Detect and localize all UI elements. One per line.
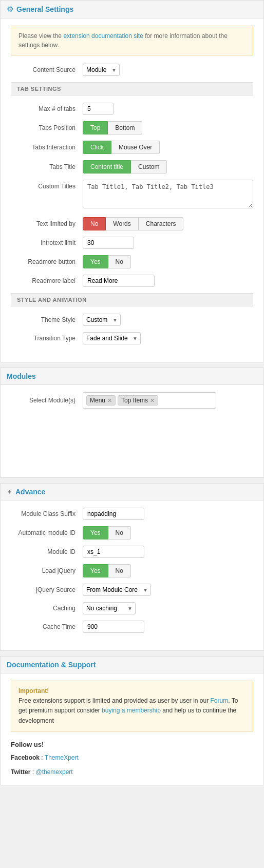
introtext-limit-control (83, 237, 253, 249)
twitter-row: Twitter : @themexpert (11, 767, 253, 778)
module-tag-topitems-label: Top Items (121, 397, 148, 404)
follow-section: Follow us! Facebook : ThemeXpert Twitter… (11, 739, 253, 778)
tabs-position-btngroup: Top Bottom (83, 121, 142, 134)
advance-cog-icon: ✦ (7, 488, 12, 496)
tabs-interaction-label: Tabs Interaction (11, 144, 83, 151)
doc-support-panel: Documentation & Support Important! Free … (0, 656, 264, 785)
max-tabs-label: Max # of tabs (11, 105, 83, 112)
load-jquery-no-btn[interactable]: No (108, 564, 131, 577)
max-tabs-row: Max # of tabs (11, 103, 253, 115)
readmore-yes-btn[interactable]: Yes (83, 255, 108, 268)
content-source-label: Content Source (11, 66, 83, 73)
theme-style-label: Theme Style (11, 316, 83, 323)
readmore-label-control (83, 275, 253, 287)
tab-settings-section-header: TAB SETTINGS (11, 82, 253, 95)
module-tag-menu: Menu ✕ (86, 395, 116, 406)
module-tag-topitems: Top Items ✕ (118, 395, 158, 406)
readmore-no-btn[interactable]: No (108, 255, 131, 268)
module-id-input[interactable] (83, 546, 144, 558)
jquery-source-select-wrapper: From Module Core WordPress ▼ (83, 584, 151, 596)
tabs-interaction-row: Tabs Interaction Click Mouse Over (11, 141, 253, 154)
max-tabs-input[interactable] (83, 103, 114, 115)
modules-title: Modules (7, 372, 36, 380)
general-settings-body: Please view the extension documentation … (1, 18, 263, 362)
tabs-interaction-btngroup: Click Mouse Over (83, 141, 160, 154)
content-source-select[interactable]: Module (83, 64, 120, 76)
facebook-link[interactable]: ThemeXpert (45, 754, 79, 761)
module-tag-menu-label: Menu (90, 397, 105, 404)
jquery-source-select[interactable]: From Module Core WordPress (83, 584, 151, 596)
readmore-label-row: Readmore label (11, 275, 253, 287)
doc-support-header: Documentation & Support (1, 657, 263, 673)
introtext-limit-input[interactable] (83, 237, 134, 249)
tabs-position-bottom-btn[interactable]: Bottom (108, 121, 142, 134)
text-limited-no-btn[interactable]: No (83, 217, 106, 230)
facebook-row: Facebook : ThemeXpert (11, 753, 253, 764)
text-limited-label: Text limited by (11, 220, 83, 227)
twitter-link[interactable]: @themexpert (35, 768, 72, 776)
module-class-suffix-label: Module Class Suffix (11, 510, 83, 517)
content-source-row: Content Source Module ▼ (11, 64, 253, 76)
jquery-source-label: jQuery Source (11, 586, 83, 593)
readmore-btn-control: Yes No (83, 255, 253, 268)
caching-select[interactable]: No caching Conservative Progressive (83, 602, 136, 614)
tabs-title-row: Tabs Title Content title Custom (11, 160, 253, 173)
text-limited-words-btn[interactable]: Words (106, 217, 138, 230)
tabs-title-custom-btn[interactable]: Custom (131, 160, 167, 173)
notice-box: Please view the extension documentation … (11, 26, 253, 55)
module-class-suffix-row: Module Class Suffix (11, 508, 253, 520)
transition-type-control: Fade and Slide Fade Slide ▼ (83, 332, 253, 344)
transition-type-select-wrapper: Fade and Slide Fade Slide ▼ (83, 332, 141, 344)
tabs-interaction-mouseover-btn[interactable]: Mouse Over (111, 141, 160, 154)
module-tag-menu-remove[interactable]: ✕ (107, 397, 112, 404)
custom-titles-label: Custom Titles (11, 180, 83, 190)
auto-module-id-yes-btn[interactable]: Yes (83, 526, 108, 539)
module-class-suffix-input[interactable] (83, 508, 144, 520)
follow-title: Follow us! (11, 739, 253, 750)
general-settings-header: ⚙ General Settings (1, 1, 263, 18)
jquery-source-control: From Module Core WordPress ▼ (83, 584, 253, 596)
twitter-colon: : (30, 768, 35, 776)
introtext-limit-label: Introtext limit (11, 239, 83, 246)
theme-style-row: Theme Style Custom Default Dark ▼ (11, 314, 253, 326)
tabs-position-top-btn[interactable]: Top (83, 121, 108, 134)
modules-header: Modules (1, 368, 263, 385)
module-tag-input[interactable]: Menu ✕ Top Items ✕ (83, 392, 216, 409)
settings-icon: ⚙ (7, 5, 13, 14)
cache-time-input[interactable] (83, 621, 144, 633)
transition-type-select[interactable]: Fade and Slide Fade Slide (83, 332, 141, 344)
tabs-interaction-click-btn[interactable]: Click (83, 141, 111, 154)
membership-link[interactable]: buying a membership (102, 707, 161, 714)
cache-time-label: Cache Time (11, 623, 83, 630)
module-id-control (83, 546, 253, 558)
load-jquery-btngroup: Yes No (83, 564, 131, 577)
important-box: Important! Free extensions support is li… (11, 681, 253, 731)
theme-style-select[interactable]: Custom Default Dark (83, 314, 121, 326)
load-jquery-yes-btn[interactable]: Yes (83, 564, 108, 577)
extension-doc-link[interactable]: extension documentation site (63, 32, 143, 40)
modules-body: Select Module(s) Menu ✕ Top Items ✕ (1, 385, 263, 477)
text-limited-characters-btn[interactable]: Characters (139, 217, 184, 230)
advance-panel: ✦ Advance Module Class Suffix Automatic … (0, 483, 264, 651)
cache-time-control (83, 621, 253, 633)
tabs-title-content-btn[interactable]: Content title (83, 160, 131, 173)
advance-header: ✦ Advance (1, 484, 263, 500)
readmore-label-input[interactable] (83, 275, 155, 287)
tabs-position-row: Tabs Position Top Bottom (11, 121, 253, 134)
text-limited-btngroup: No Words Characters (83, 217, 183, 230)
custom-titles-textarea[interactable]: Tab Title1, Tab Title2, Tab Title3 (83, 180, 253, 208)
module-tag-topitems-remove[interactable]: ✕ (150, 397, 155, 404)
twitter-label: Twitter (11, 768, 30, 776)
forum-link[interactable]: Forum (211, 697, 229, 704)
readmore-btn-label: Readmore button (11, 258, 83, 265)
facebook-label: Facebook (11, 754, 40, 761)
tabs-position-control: Top Bottom (83, 121, 253, 134)
notice-text1: Please view the (18, 32, 63, 40)
readmore-btn-row: Readmore button Yes No (11, 255, 253, 268)
advance-body: Module Class Suffix Automatic module ID … (1, 500, 263, 650)
modules-panel: Modules Select Module(s) Menu ✕ Top Item… (0, 368, 264, 478)
auto-module-id-no-btn[interactable]: No (108, 526, 131, 539)
auto-module-id-row: Automatic module ID Yes No (11, 526, 253, 539)
advance-title: Advance (15, 488, 45, 496)
custom-titles-control: Tab Title1, Tab Title2, Tab Title3 (83, 180, 253, 210)
